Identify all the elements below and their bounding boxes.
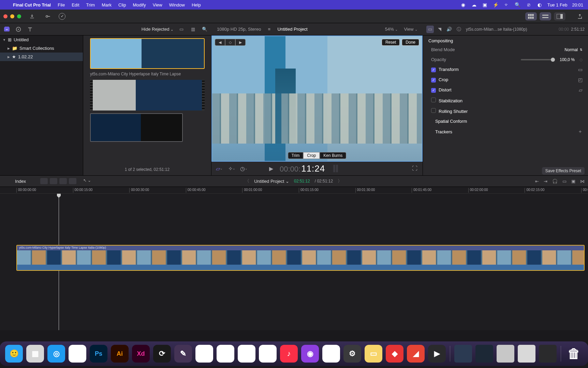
wifi-icon[interactable]: ᯤ [504, 2, 510, 8]
snapping-button[interactable]: ▭ [562, 179, 567, 184]
photos-tab-button[interactable] [15, 26, 22, 33]
fullscreen-viewer-button[interactable]: ⛶ [411, 165, 418, 172]
menu-modify[interactable]: Modify [133, 2, 146, 8]
dock-blender[interactable]: ⟳ [153, 345, 171, 363]
sidebar-item-smart-collections[interactable]: ▶ 📁 Smart Collections [0, 44, 83, 53]
menu-trim[interactable]: Trim [86, 2, 95, 8]
viewer-done-button[interactable]: Done [402, 39, 419, 46]
transform-tool-button[interactable]: ▱⌄ [216, 165, 223, 172]
audio-meters[interactable] [333, 165, 338, 172]
clip-thumbnail[interactable] [90, 38, 205, 69]
rolling-shutter-group[interactable]: Rolling Shutter [423, 106, 588, 116]
spotlight-icon[interactable]: 🔍 [515, 2, 521, 8]
skimming-button[interactable]: ⇤ [535, 179, 539, 184]
crop-mode-kenburns[interactable]: Ken Burns [320, 152, 346, 159]
menu-mark[interactable]: Mark [102, 2, 112, 8]
dock-notes[interactable]: ▭ [365, 345, 382, 363]
browser-search-button[interactable]: 🔍 [201, 26, 208, 33]
keyword-button[interactable] [43, 13, 53, 20]
append-clip-button[interactable] [59, 178, 67, 184]
rolling-shutter-checkbox[interactable] [431, 108, 436, 113]
dock-minimized-thumb3[interactable] [497, 345, 514, 363]
dock-minimized-thumb4[interactable] [518, 345, 535, 363]
save-effects-preset-button[interactable]: Save Effects Preset [542, 167, 585, 175]
menubar-time[interactable]: 20:01 [572, 2, 583, 8]
dock-illustrator[interactable]: Ai [111, 345, 129, 363]
dock-photoshop[interactable]: Ps [90, 345, 107, 363]
timeline-history-fwd[interactable]: 〉 [338, 178, 342, 184]
effects-browser-button[interactable]: ▣ [571, 179, 575, 184]
clip-grouping-button[interactable]: ▥ [190, 26, 196, 33]
inspector-info-tab[interactable]: ⓘ [455, 26, 462, 33]
disclosure-triangle-icon[interactable]: ▶ [8, 55, 10, 59]
layout-timeline-button[interactable] [540, 12, 551, 20]
menu-help[interactable]: Help [192, 2, 201, 8]
dock-maps[interactable]: ◈ [238, 345, 255, 363]
menu-file[interactable]: File [58, 2, 65, 8]
dock-numbers[interactable]: ▤ [322, 345, 340, 363]
opacity-value[interactable]: 100,0 % [560, 57, 575, 62]
dock-safari[interactable]: ◎ [47, 345, 65, 363]
timeline-project-name[interactable]: Untitled Project ⌄ [254, 179, 289, 184]
disclosure-triangle-icon[interactable]: ▼ [3, 38, 6, 42]
crop-checkbox[interactable]: ✓ [431, 78, 436, 83]
inspector-color-tab[interactable]: ◥ [436, 26, 443, 33]
dock-chrome[interactable]: ◉ [69, 345, 86, 363]
clip-thumbnail[interactable] [90, 113, 183, 142]
menu-clip[interactable]: Clip [118, 2, 126, 8]
keyframe-icon[interactable]: ◇ [579, 57, 583, 62]
dock-minimized-thumb1[interactable] [454, 345, 472, 363]
dock-todoist[interactable]: ◢ [407, 345, 425, 363]
share-button[interactable] [575, 13, 585, 20]
stabilization-group[interactable]: Stabilization [423, 95, 588, 106]
import-button[interactable] [27, 13, 37, 20]
crop-group[interactable]: ✓Crop ◰ [423, 75, 588, 85]
battery-icon[interactable]: ⚡ [493, 2, 499, 8]
viewer-reset-view-button[interactable]: ◇ [225, 39, 235, 46]
crop-icon[interactable]: ◰ [578, 77, 583, 83]
add-tracker-button[interactable]: ＋ [578, 129, 583, 135]
transform-icon[interactable]: ▭ [578, 67, 583, 72]
user-icon[interactable]: ◐ [536, 2, 543, 8]
opacity-slider[interactable] [521, 59, 555, 60]
blend-mode-dropdown[interactable]: Normal ⇅ [564, 47, 583, 52]
connect-clip-button[interactable] [40, 178, 48, 184]
transform-group[interactable]: ✓Transform ▭ [423, 64, 588, 75]
viewer-zoom-dropdown[interactable]: 54% ⌄ [385, 27, 398, 32]
timeline-ruler[interactable]: 00:00:00:0000:00:15:0000:00:30:0000:00:4… [0, 187, 588, 194]
enhance-tool-button[interactable]: ✧⌄ [228, 165, 235, 172]
dock-finder[interactable]: 🙂 [5, 345, 23, 363]
dock-music[interactable]: ♪ [280, 345, 298, 363]
solo-button[interactable]: 🎧 [552, 179, 558, 184]
creative-cloud-icon[interactable]: ☁ [471, 2, 477, 8]
insert-clip-button[interactable] [50, 178, 57, 184]
crop-mode-trim[interactable]: Trim [288, 152, 304, 159]
dock-finalcut[interactable]: ▶ [428, 345, 446, 363]
fullscreen-window-button[interactable] [17, 14, 21, 18]
control-center-icon[interactable]: ⎚ [526, 2, 532, 8]
dock-minimized-thumb5[interactable] [539, 345, 557, 363]
viewer-canvas[interactable]: ◀ ◇ ▶ Reset Done Trim Crop Ken Burns [211, 35, 423, 162]
viewer-timecode[interactable]: 00:00: 11:24 [280, 163, 325, 174]
distort-group[interactable]: ✓Distort ▱ [423, 85, 588, 95]
menubar-date[interactable]: Tue 1 Feb [547, 2, 568, 8]
dock-mail[interactable]: ✉ [217, 345, 234, 363]
select-tool-button[interactable]: ↖ ⌄ [83, 178, 91, 184]
library-root[interactable]: ▼ ⊞ Untitled [0, 35, 83, 44]
timeline-area[interactable]: yt5s.com-Milano City Hyperlapse Italy Ti… [0, 194, 588, 330]
background-tasks-button[interactable]: ✓ [59, 13, 65, 20]
dock-xd[interactable]: Xd [132, 345, 150, 363]
dock-trash[interactable]: 🗑 [565, 345, 583, 363]
viewer-next-edit-button[interactable]: ▶ [235, 39, 246, 46]
screenrecord-icon[interactable]: ◉ [460, 2, 466, 8]
distort-checkbox[interactable]: ✓ [431, 88, 436, 93]
layout-browser-button[interactable] [525, 12, 537, 20]
spatial-conform-row[interactable]: Spatial Conform [423, 116, 588, 126]
layout-inspector-button[interactable] [554, 12, 565, 20]
viewer-reset-button[interactable]: Reset [382, 39, 400, 46]
transform-checkbox[interactable]: ✓ [431, 68, 436, 72]
clip-filter-dropdown[interactable]: Hide Rejected ⌄ [142, 27, 173, 32]
app-name-menu[interactable]: Final Cut Pro Trial [13, 2, 51, 8]
dock-minimized-thumb2[interactable] [475, 345, 493, 363]
viewer-view-dropdown[interactable]: View ⌄ [404, 27, 417, 32]
